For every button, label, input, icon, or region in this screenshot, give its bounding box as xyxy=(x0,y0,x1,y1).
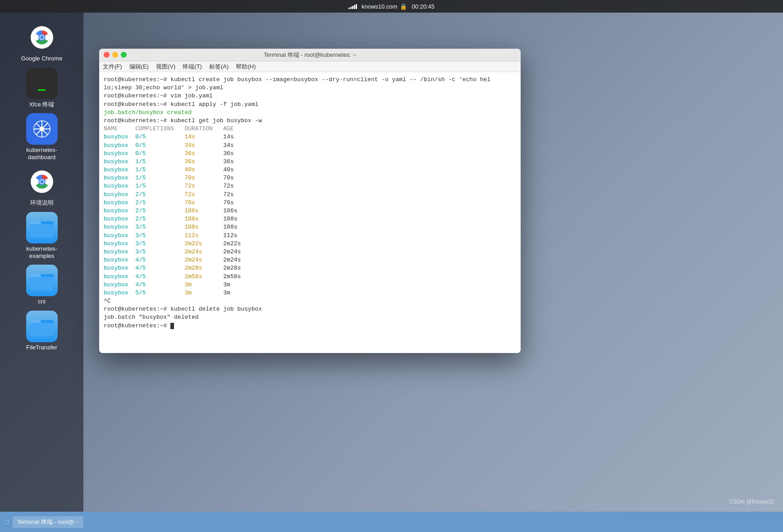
menubar: knows10.com 🔒 00:20:45 xyxy=(0,0,783,13)
menu-tabs[interactable]: 标签(A) xyxy=(209,63,229,71)
menu-help[interactable]: 帮助(H) xyxy=(236,63,256,71)
term-row-14: busybox 3/5 2m22s 2m22s xyxy=(104,240,516,248)
maximize-button[interactable] xyxy=(121,52,127,58)
cni-icon xyxy=(26,265,58,296)
term-line-delete: root@kubernetes:~# kubectl delete job bu… xyxy=(104,305,516,313)
svg-rect-21 xyxy=(30,277,54,290)
terminal-app-icon: _ xyxy=(26,68,58,99)
term-deleted: job.batch "busybox" deleted xyxy=(104,313,516,321)
term-row-16: busybox 4/5 2m24s 2m24s xyxy=(104,256,516,264)
term-line-1b: lo;sleep 30;echo world' > job.yaml xyxy=(104,84,516,92)
term-row-10: busybox 2/5 106s 106s xyxy=(104,207,516,215)
term-row-3: busybox 0/5 36s 36s xyxy=(104,150,516,158)
env-icon xyxy=(26,166,58,197)
terminal-label: Xfce 终端 xyxy=(29,101,55,108)
terminal-window: Terminal 终端 - root@kubernetes: ~ 文件(F) 编… xyxy=(99,49,521,353)
menubar-url: knows10.com xyxy=(362,3,397,10)
term-row-17: busybox 4/5 2m28s 2m28s xyxy=(104,264,516,272)
term-line-4: job.batch/busybox created xyxy=(104,109,516,117)
terminal-body[interactable]: root@kubernetes:~# kubectl create job bu… xyxy=(99,72,521,353)
minimize-button[interactable] xyxy=(112,52,118,58)
term-row-13: busybox 3/5 112s 112s xyxy=(104,232,516,240)
filetransfer-icon xyxy=(26,311,58,342)
dock-item-filetransfer[interactable]: FileTransfer xyxy=(8,311,76,351)
window-title: Terminal 终端 - root@kubernetes: ~ xyxy=(264,51,356,59)
taskbar: Terminal 终端 - root@··· xyxy=(0,512,783,532)
k8s-label: kubernetes- dashboard xyxy=(26,147,57,161)
taskbar-terminal-item[interactable]: Terminal 终端 - root@··· xyxy=(13,516,83,528)
terminal-titlebar: Terminal 终端 - root@kubernetes: ~ xyxy=(99,49,521,61)
dock-item-env[interactable]: 环境说明 xyxy=(8,166,76,206)
dock-item-cni[interactable]: cni xyxy=(8,265,76,305)
term-row-12: busybox 3/5 108s 108s xyxy=(104,223,516,231)
term-line-3: root@kubernetes:~# kubectl apply -f job.… xyxy=(104,101,516,109)
chrome-label: Google Chrome xyxy=(21,55,63,62)
svg-rect-24 xyxy=(30,323,54,336)
term-interrupt: ^C xyxy=(104,297,516,305)
dock: Google Chrome _ Xfce 终端 xyxy=(0,13,83,512)
term-row-2: busybox 0/5 34s 34s xyxy=(104,142,516,150)
term-line-2: root@kubernetes:~# vim job.yaml xyxy=(104,92,516,100)
term-line-5: root@kubernetes:~# kubectl get job busyb… xyxy=(104,117,516,125)
filetransfer-label: FileTransfer xyxy=(26,344,57,351)
term-row-9: busybox 2/5 76s 76s xyxy=(104,199,516,207)
svg-point-15 xyxy=(40,180,44,183)
menu-edit[interactable]: 编辑(E) xyxy=(129,63,149,71)
svg-point-4 xyxy=(40,36,44,39)
term-header: NAME COMPLETIONS DURATION AGE xyxy=(104,125,516,133)
cni-label: cni xyxy=(38,298,46,305)
dock-item-chrome[interactable]: Google Chrome xyxy=(8,22,76,62)
k8s-examples-icon xyxy=(26,212,58,243)
term-row-11: busybox 2/5 108s 108s xyxy=(104,215,516,223)
term-row-6: busybox 1/5 70s 70s xyxy=(104,174,516,182)
k8s-examples-label: kubernetes- examples xyxy=(26,245,57,259)
menu-terminal[interactable]: 终端(T) xyxy=(183,63,202,71)
dock-item-k8s[interactable]: kubernetes- dashboard xyxy=(8,113,76,161)
term-row-18: busybox 4/5 2m58s 2m58s xyxy=(104,273,516,281)
term-row-1: busybox 0/5 14s 14s xyxy=(104,133,516,141)
svg-rect-18 xyxy=(30,224,54,238)
term-row-15: busybox 3/5 2m24s 2m24s xyxy=(104,248,516,256)
menu-view[interactable]: 视图(V) xyxy=(156,63,175,71)
desktop: knows10.com 🔒 00:20:45 xyxy=(0,0,783,532)
term-row-5: busybox 1/5 40s 40s xyxy=(104,166,516,174)
term-row-8: busybox 2/5 72s 72s xyxy=(104,191,516,199)
term-row-20: busybox 5/5 3m 3m xyxy=(104,289,516,297)
menubar-time: 00:20:45 xyxy=(412,3,435,10)
terminal-menubar: 文件(F) 编辑(E) 视图(V) 终端(T) 标签(A) 帮助(H) xyxy=(99,61,521,72)
term-row-4: busybox 1/5 36s 36s xyxy=(104,158,516,166)
env-label: 环境说明 xyxy=(30,199,54,206)
taskbar-terminal-label: Terminal 终端 - root@··· xyxy=(17,518,79,526)
k8s-icon xyxy=(26,113,58,145)
term-line-1: root@kubernetes:~# kubectl create job bu… xyxy=(104,76,516,84)
menubar-center: knows10.com 🔒 00:20:45 xyxy=(348,3,435,10)
taskbar-dot xyxy=(5,520,9,524)
term-row-19: busybox 4/5 3m 3m xyxy=(104,281,516,289)
lock-icon: 🔒 xyxy=(400,3,407,10)
menu-file[interactable]: 文件(F) xyxy=(103,63,122,71)
chrome-icon xyxy=(26,22,58,53)
dock-item-k8s-examples[interactable]: kubernetes- examples xyxy=(8,212,76,259)
close-button[interactable] xyxy=(104,52,110,58)
term-final-prompt: root@kubernetes:~# xyxy=(104,322,516,330)
signal-icon xyxy=(348,4,357,9)
watermark: CSDN @Knows10 xyxy=(729,499,774,505)
term-row-7: busybox 1/5 72s 72s xyxy=(104,182,516,190)
dock-item-terminal[interactable]: _ Xfce 终端 xyxy=(8,68,76,108)
